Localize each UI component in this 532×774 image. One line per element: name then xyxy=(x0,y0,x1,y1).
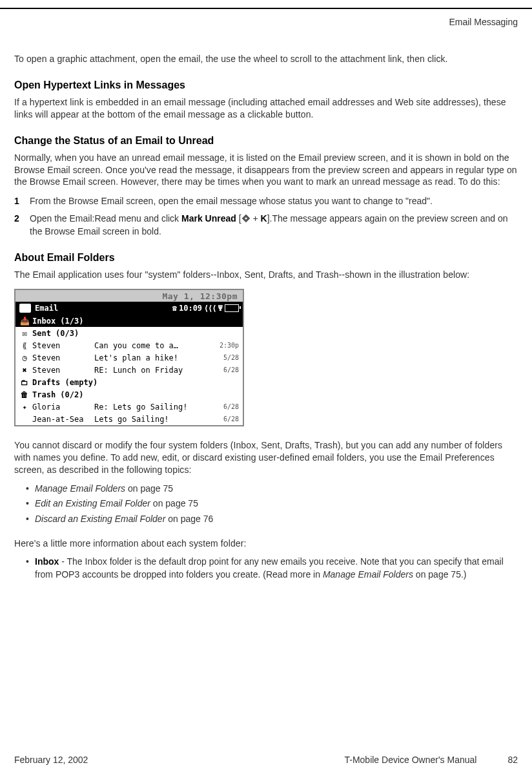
time: 2:30p xyxy=(214,342,239,349)
subject: RE: Lunch on Friday xyxy=(94,366,214,375)
folder-drafts-label: Drafts (empty) xyxy=(32,378,97,387)
device-titlebar: Email ☎ 10:09 ⟨⟨⟨ Ψ xyxy=(15,302,243,315)
mark-unread-label: Mark Unread xyxy=(181,213,236,224)
folder-drafts-row: 🗀 Drafts (empty) xyxy=(15,376,243,388)
folder-trash-label: Trash (0/2) xyxy=(32,390,83,399)
footer-date: February 12, 2002 xyxy=(14,755,88,765)
star-icon: ✦ xyxy=(19,403,30,412)
clock-icon: ◷ xyxy=(19,353,30,362)
page-footer: February 12, 2002 T-Mobile Device Owner'… xyxy=(14,755,518,765)
sender: Steven xyxy=(32,341,94,350)
text-fragment: + xyxy=(251,213,261,224)
inbox-term: Inbox xyxy=(35,556,59,567)
time: 6/28 xyxy=(214,415,239,423)
email-row-4: ✦ Gloria Re: Lets go Sailing! 6/28 xyxy=(15,401,243,413)
footer-page-number: 82 xyxy=(507,755,518,765)
email-row-5: Jean-at-Sea Lets go Sailing! 6/28 xyxy=(15,413,243,425)
phone-icon: ☎ xyxy=(172,304,177,313)
intro-paragraph: To open a graphic attachment, open the e… xyxy=(14,53,518,65)
link-text: Manage Email Folders xyxy=(35,483,125,494)
battery-icon xyxy=(225,304,239,312)
page-ref: on page 76 xyxy=(165,514,213,524)
folder-icon: 🗀 xyxy=(19,378,30,387)
sender: Jean-at-Sea xyxy=(32,415,94,424)
link-text: Discard an Existing Email Folder xyxy=(35,514,165,524)
key-k: K xyxy=(261,213,267,224)
topic-links-list: Manage Email Folders on page 75 Edit an … xyxy=(14,483,518,526)
folder-sent-row: ✉ Sent (0/3) xyxy=(15,327,243,339)
wheel-icon xyxy=(241,213,251,222)
device-status-bar: May 1, 12:30pm xyxy=(15,290,243,302)
step-2-text: Open the Email:Read menu and click Mark … xyxy=(30,212,518,238)
email-row-1: ⟪ Steven Can you come to a… 2:30p xyxy=(15,339,243,351)
trash-icon: 🗑 xyxy=(19,390,30,399)
heading-change-status: Change the Status of an Email to Unread xyxy=(14,135,518,147)
link-text: Edit an Existing Email Folder xyxy=(35,498,150,508)
topic-manage-folders: Manage Email Folders on page 75 xyxy=(35,483,518,496)
subject: Let's plan a hike! xyxy=(94,353,214,362)
running-header: Email Messaging xyxy=(14,17,518,27)
paragraph-open-hypertext: If a hypertext link is embedded in an em… xyxy=(14,96,518,121)
text-fragment: Open the Email:Read menu and click xyxy=(30,213,181,224)
time: 6/28 xyxy=(214,366,239,373)
x-icon: ✖ xyxy=(19,366,30,375)
heading-about-folders: About Email Folders xyxy=(14,252,518,264)
page-container: Email Messaging To open a graphic attach… xyxy=(0,8,532,774)
inbox-description: Inbox - The Inbox folder is the default … xyxy=(35,556,518,581)
footer-manual-title: T-Mobile Device Owner's Manual xyxy=(344,755,476,765)
time: 6/28 xyxy=(214,403,239,410)
sender: Gloria xyxy=(32,403,94,412)
step-1-text: From the Browse Email screen, open the e… xyxy=(30,194,518,207)
sent-icon: ✉ xyxy=(19,329,30,338)
step-1: 1 From the Browse Email screen, open the… xyxy=(14,194,518,207)
svg-point-1 xyxy=(245,217,247,219)
inbox-icon: 📥 xyxy=(19,317,30,326)
sender: Steven xyxy=(32,366,94,375)
folder-trash-row: 🗑 Trash (0/2) xyxy=(15,388,243,401)
email-row-2: ◷ Steven Let's plan a hike! 5/28 xyxy=(15,351,243,364)
page-ref: on page 75 xyxy=(150,498,198,508)
paragraph-folders-explain: You cannot discard or modify the four sy… xyxy=(14,439,518,476)
folder-sent-label: Sent (0/3) xyxy=(32,329,79,338)
page-ref: on page 75 xyxy=(125,483,173,494)
email-row-3: ✖ Steven RE: Lunch on Friday 6/28 xyxy=(15,364,243,376)
subject: Re: Lets go Sailing! xyxy=(94,403,214,412)
device-screenshot: May 1, 12:30pm Email ☎ 10:09 ⟨⟨⟨ Ψ 📥 Inb… xyxy=(14,289,244,426)
antenna-icon: Ψ xyxy=(218,304,223,313)
subject: Lets go Sailing! xyxy=(94,415,214,424)
text-fragment: on page 75.) xyxy=(413,569,467,580)
device-right-status: ☎ 10:09 ⟨⟨⟨ Ψ xyxy=(172,304,239,313)
folder-inbox-row: 📥 Inbox (1/3) xyxy=(15,315,243,327)
steps-list: 1 From the Browse Email screen, open the… xyxy=(14,194,518,238)
paragraph-more-info: Here's a little more information about e… xyxy=(14,538,518,550)
email-app-icon xyxy=(19,304,31,313)
folder-inbox-label: Inbox (1/3) xyxy=(32,317,83,326)
sender: Steven xyxy=(32,353,94,362)
step-2: 2 Open the Email:Read menu and click Mar… xyxy=(14,212,518,238)
subject: Can you come to a… xyxy=(94,341,214,350)
app-title: Email xyxy=(35,304,58,313)
topic-edit-folder: Edit an Existing Email Folder on page 75 xyxy=(35,497,518,510)
reply-all-icon: ⟪ xyxy=(19,341,30,350)
text-fragment: [ xyxy=(236,213,241,224)
clock-text: 10:09 xyxy=(179,304,202,313)
step-number: 1 xyxy=(14,194,30,207)
step-number: 2 xyxy=(14,212,30,238)
heading-open-hypertext: Open Hypertext Links in Messages xyxy=(14,79,518,91)
paragraph-about-folders: The Email application uses four "system"… xyxy=(14,269,518,281)
topic-discard-folder: Discard an Existing Email Folder on page… xyxy=(35,513,518,526)
signal-icon: ⟨⟨⟨ xyxy=(204,304,216,313)
paragraph-change-status: Normally, when you have an unread email … xyxy=(14,152,518,189)
time: 5/28 xyxy=(214,354,239,361)
link-text: Manage Email Folders xyxy=(323,569,413,580)
system-folder-list: Inbox - The Inbox folder is the default … xyxy=(14,556,518,581)
